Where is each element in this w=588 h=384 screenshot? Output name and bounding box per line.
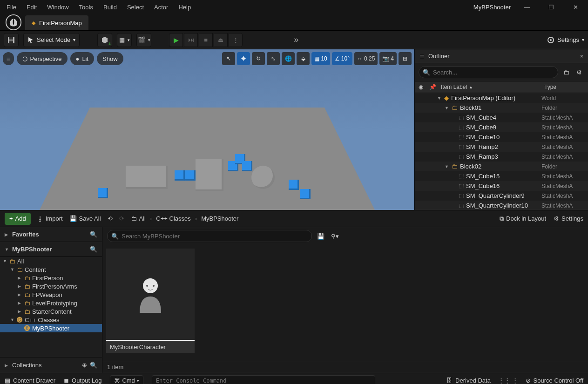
search-icon[interactable]: 🔍 bbox=[90, 362, 97, 369]
viewport-options-button[interactable]: ≡ bbox=[3, 52, 14, 65]
tab-firstpersonmap[interactable]: ◆ FirstPersonMap bbox=[25, 15, 88, 30]
breadcrumb-cpp[interactable]: C++ Classes bbox=[156, 215, 190, 222]
add-content-button[interactable]: + bbox=[97, 33, 112, 47]
outliner-row[interactable]: ⬚SM_Cube4StaticMeshA bbox=[415, 113, 588, 122]
menu-actor[interactable]: Actor bbox=[154, 4, 168, 11]
scale-snap-button[interactable]: ↔ 0.25 bbox=[354, 52, 378, 65]
translate-tool-button[interactable]: ✥ bbox=[237, 52, 250, 65]
save-filter-button[interactable]: 💾 bbox=[316, 231, 326, 241]
outliner-row[interactable]: ▼◆FirstPersonMap (Editor)World bbox=[415, 93, 588, 103]
show-button[interactable]: Show bbox=[97, 52, 123, 65]
mode-select-button[interactable]: Select Mode ▾ bbox=[23, 33, 80, 47]
outliner-tab[interactable]: ≣ Outliner × bbox=[415, 49, 588, 63]
menu-file[interactable]: File bbox=[7, 4, 16, 11]
level-viewport[interactable]: ≡ ⬡Perspective ●Lit Show ↖ ✥ ↻ ⤡ 🌐 ⬙ ▦ 1… bbox=[0, 49, 414, 210]
close-icon[interactable]: × bbox=[580, 53, 583, 60]
pin-column[interactable]: 📌 bbox=[427, 84, 438, 90]
folder-tree-item[interactable]: ▼🅒C++ Classes bbox=[0, 316, 102, 324]
lit-button[interactable]: ●Lit bbox=[70, 52, 95, 65]
outliner-row[interactable]: ⬚SM_Cube16StaticMeshA bbox=[415, 181, 588, 191]
output-log-button[interactable]: ≣Output Log bbox=[64, 377, 101, 384]
play-button[interactable]: ▶ bbox=[169, 33, 183, 47]
outliner-row[interactable]: ⬚SM_QuarterCylinder9StaticMeshA bbox=[415, 191, 588, 201]
search-icon[interactable]: 🔍 bbox=[90, 231, 97, 238]
folder-tree-item[interactable]: ▼🗀Content bbox=[0, 265, 102, 274]
save-button[interactable] bbox=[4, 33, 19, 47]
cinematics-button[interactable]: 🎬▾ bbox=[136, 33, 151, 47]
camera-speed-button[interactable]: 📷 4 bbox=[379, 52, 397, 65]
content-drawer-button[interactable]: ▤Content Drawer bbox=[5, 377, 55, 384]
window-close-button[interactable]: ✕ bbox=[568, 0, 583, 14]
derived-data-button[interactable]: 🗄Derived Data bbox=[446, 377, 491, 384]
outliner-search-input[interactable]: 🔍 Search... bbox=[419, 66, 558, 78]
eject-button[interactable]: ⏏ bbox=[214, 33, 228, 47]
menu-edit[interactable]: Edit bbox=[27, 4, 37, 11]
surface-snap-button[interactable]: ⬙ bbox=[297, 52, 310, 65]
skip-button[interactable]: ⏭ bbox=[184, 33, 198, 47]
visibility-column[interactable]: ◉ bbox=[415, 84, 427, 90]
folder-tree-item[interactable]: ▼🗀All bbox=[0, 257, 102, 265]
menu-tools[interactable]: Tools bbox=[79, 4, 93, 11]
outliner-row[interactable]: ⬚SM_Cube15StaticMeshA bbox=[415, 171, 588, 181]
add-collection-button[interactable]: ⊕ bbox=[82, 362, 87, 369]
save-all-button[interactable]: 💾Save All bbox=[69, 215, 101, 222]
cb-settings-button[interactable]: ⚙Settings bbox=[554, 215, 583, 222]
item-label-column[interactable]: Item Label ▲ bbox=[438, 84, 541, 90]
type-column[interactable]: Type bbox=[541, 84, 588, 90]
blueprint-button[interactable]: ▦▾ bbox=[117, 33, 132, 47]
window-minimize-button[interactable]: — bbox=[519, 0, 535, 14]
viewport-layout-button[interactable]: ⊞ bbox=[399, 52, 412, 65]
breadcrumb-proj[interactable]: MyBPShooter bbox=[201, 215, 238, 222]
scale-tool-button[interactable]: ⤡ bbox=[267, 52, 280, 65]
history-back-button[interactable]: ⟲ bbox=[108, 215, 113, 222]
asset-grid[interactable]: MyShooterCharacter bbox=[102, 245, 588, 361]
outliner-row[interactable]: ▼🗀Block02Folder bbox=[415, 162, 588, 171]
breadcrumb-all[interactable]: All bbox=[139, 215, 146, 222]
history-fwd-button[interactable]: ⟳ bbox=[119, 215, 124, 222]
outliner-tree[interactable]: ▼◆FirstPersonMap (Editor)World▼🗀Block01F… bbox=[415, 93, 588, 210]
project-section[interactable]: ▼MyBPShooter🔍 bbox=[0, 242, 102, 257]
folder-tree-item[interactable]: ▶🗀StarterContent bbox=[0, 307, 102, 316]
stop-button[interactable]: ■ bbox=[199, 33, 213, 47]
world-local-button[interactable]: 🌐 bbox=[282, 52, 295, 65]
outliner-settings-button[interactable]: ⚙ bbox=[574, 67, 584, 77]
menu-build[interactable]: Build bbox=[103, 4, 117, 11]
rotate-tool-button[interactable]: ↻ bbox=[252, 52, 265, 65]
filter-button[interactable]: ⚲▾ bbox=[330, 231, 340, 241]
outliner-row[interactable]: ⬚SM_Cube10StaticMeshA bbox=[415, 132, 588, 142]
outliner-row[interactable]: ▼🗀Block01Folder bbox=[415, 103, 588, 113]
dock-button[interactable]: ⧉Dock in Layout bbox=[500, 215, 546, 222]
folder-add-button[interactable]: 🗀 bbox=[561, 67, 571, 77]
overflow-button[interactable]: » bbox=[294, 35, 298, 45]
settings-button[interactable]: Settings bbox=[557, 36, 579, 43]
outliner-row[interactable]: ⬚SM_Ramp2StaticMeshA bbox=[415, 142, 588, 152]
favorites-section[interactable]: ▶Favorites🔍 bbox=[0, 227, 102, 242]
import-button[interactable]: ⭳Import bbox=[37, 215, 63, 222]
content-search-input[interactable]: 🔍 Search MyBPShooter bbox=[107, 230, 312, 242]
select-tool-button[interactable]: ↖ bbox=[222, 52, 235, 65]
folder-tree-item[interactable]: ▶🗀FPWeapon bbox=[0, 290, 102, 299]
menu-select[interactable]: Select bbox=[127, 4, 144, 11]
folder-tree-item[interactable]: ▶🗀FirstPersonArms bbox=[0, 282, 102, 290]
outliner-row[interactable]: ⬚SM_Cube9StaticMeshA bbox=[415, 122, 588, 132]
menu-window[interactable]: Window bbox=[47, 4, 68, 11]
angle-snap-button[interactable]: ∠ 10° bbox=[332, 52, 352, 65]
menu-help[interactable]: Help bbox=[178, 4, 191, 11]
window-maximize-button[interactable]: ☐ bbox=[543, 0, 559, 14]
add-button[interactable]: +Add bbox=[5, 213, 31, 225]
asset-myshootercharacter[interactable]: MyShooterCharacter bbox=[106, 249, 195, 353]
perspective-button[interactable]: ⬡Perspective bbox=[17, 52, 68, 65]
folder-tree[interactable]: ▼🗀All▼🗀Content▶🗀FirstPerson▶🗀FirstPerson… bbox=[0, 257, 102, 357]
outliner-row[interactable]: ⬚SM_Ramp3StaticMeshA bbox=[415, 152, 588, 162]
overflow-button[interactable]: ⋮⋮ ⋮ bbox=[498, 377, 518, 384]
folder-tree-item[interactable]: ▶🗀LevelPrototyping bbox=[0, 299, 102, 307]
search-icon[interactable]: 🔍 bbox=[90, 246, 97, 253]
grid-snap-button[interactable]: ▦ 10 bbox=[311, 52, 330, 65]
cmd-type-select[interactable]: ⌘Cmd ▾ bbox=[110, 375, 143, 384]
console-input[interactable] bbox=[152, 375, 375, 384]
folder-tree-item[interactable]: 🅒MyBPShooter bbox=[0, 324, 102, 332]
collections-section[interactable]: ▶Collections⊕🔍 bbox=[0, 357, 102, 373]
outliner-row[interactable]: ⬚SM_QuarterCylinder10StaticMeshA bbox=[415, 201, 588, 210]
folder-tree-item[interactable]: ▶🗀FirstPerson bbox=[0, 274, 102, 282]
play-options-button[interactable]: ⋮ bbox=[229, 33, 243, 47]
